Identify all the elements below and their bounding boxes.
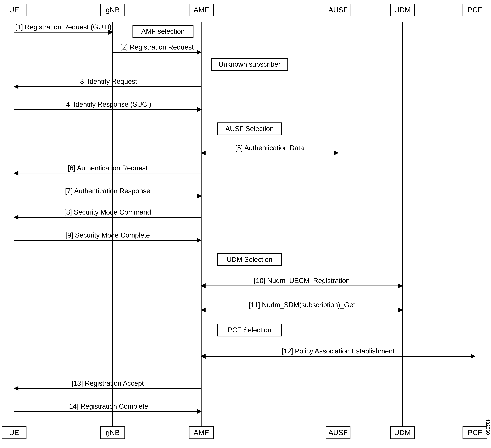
message-label-4: [4] Identify Response (SUCI) — [64, 100, 151, 108]
message-label-8: [8] Security Mode Command — [64, 208, 151, 216]
actor-label-bottom-amf: AMF — [194, 429, 209, 437]
actor-label-bottom-udm: UDM — [394, 429, 411, 437]
sequence-diagram: UEUEgNBgNBAMFAMFAUSFAUSFUDMUDMPCFPCF[1] … — [0, 0, 491, 448]
actor-label-top-gnb: gNB — [106, 6, 120, 14]
message-label-10: [10] Nudm_UECM_Registration — [254, 277, 350, 285]
message-label-11: [11] Nudm_SDM(subscribtion)_Get — [249, 301, 355, 309]
actor-label-bottom-gnb: gNB — [106, 429, 120, 437]
actor-label-top-pcf: PCF — [468, 6, 482, 14]
message-label-9: [9] Security Mode Complete — [66, 231, 150, 239]
message-label-5: [5] Authentication Data — [235, 144, 304, 152]
message-label-13: [13] Registration Accept — [72, 380, 144, 387]
actor-label-bottom-pcf: PCF — [468, 429, 482, 437]
message-label-14: [14] Registration Complete — [67, 402, 148, 410]
note-label-2: Unknown subscriber — [218, 60, 281, 68]
message-label-2: [2] Registration Request — [120, 43, 194, 51]
actor-label-top-udm: UDM — [394, 6, 411, 14]
note-label-3: AUSF Selection — [225, 125, 274, 133]
message-label-7: [7] Authentication Response — [65, 187, 150, 195]
actor-label-bottom-ausf: AUSF — [328, 429, 348, 437]
svg-text:432260: 432260 — [485, 419, 491, 435]
message-label-12: [12] Policy Association Establishment — [282, 347, 395, 355]
note-label-4: UDM Selection — [227, 256, 272, 263]
message-label-3: [3] Identify Request — [78, 77, 137, 85]
message-label-6: [6] Authentication Request — [68, 164, 148, 172]
actor-label-top-amf: AMF — [194, 6, 209, 14]
diagram-id-label: 432260 — [485, 419, 491, 435]
note-label-5: PCF Selection — [228, 326, 271, 334]
note-label-1: AMF selection — [141, 27, 185, 35]
actor-label-bottom-ue: UE — [9, 429, 19, 437]
actor-label-top-ue: UE — [9, 6, 19, 14]
actor-label-top-ausf: AUSF — [328, 6, 348, 14]
message-label-1: [1] Registration Request (GUTI) — [15, 23, 112, 31]
